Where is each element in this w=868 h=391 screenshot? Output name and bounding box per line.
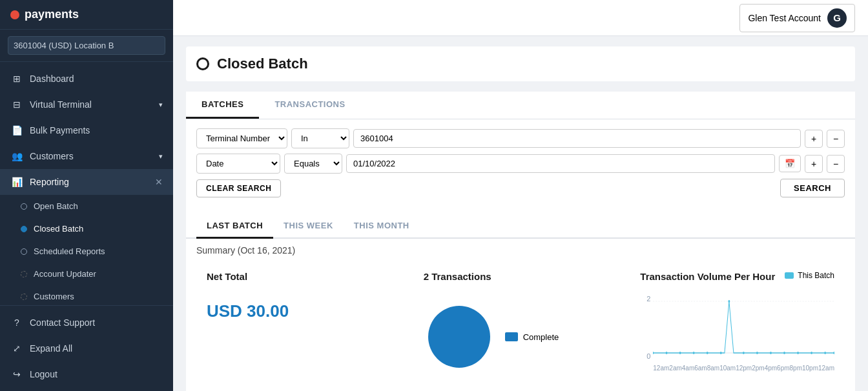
calendar-icon[interactable]: 📅 [779,155,801,172]
sidebar-item-account-updater[interactable]: Account Updater [0,263,173,285]
main-panel: BATCHES TRANSACTIONS Terminal Number In [186,92,855,391]
svg-point-17 [834,352,834,354]
page-title: Closed Batch [217,55,308,72]
pie-legend: Complete [505,332,559,342]
filter-row-2: Date Equals 📅 + − [196,154,845,174]
search-button[interactable]: SEARCH [780,179,845,197]
filter-remove-2[interactable]: − [827,155,845,173]
closed-batch-dot [21,226,27,232]
svg-point-3 [653,352,654,354]
net-total-value: USD 30.00 [207,301,395,321]
sidebar-item-label: Virtual Terminal [30,99,92,110]
sidebar-nav: ⊞ Dashboard ⊟ Virtual Terminal ▾ 📄 Bulk … [0,62,173,305]
bulk-payments-icon: 📄 [10,124,23,137]
filter-operator-2[interactable]: Equals [284,154,342,174]
logo-dot [10,10,19,19]
svg-point-5 [679,352,681,354]
summary-label: Summary (Oct 16, 2021) [186,239,855,261]
topbar: Glen Test Account G [173,0,868,36]
sidebar-item-logout[interactable]: ↪ Logout [0,361,173,387]
transactions-title: 2 Transactions [424,271,612,282]
sidebar-item-sub-customers[interactable]: Customers [0,285,173,305]
sidebar-item-label: Closed Batch [34,224,83,234]
filter-value-2[interactable] [346,154,775,173]
svg-point-11 [756,352,758,354]
sidebar-item-closed-batch[interactable]: Closed Batch [0,217,173,240]
y-label-min: 0 [640,352,650,360]
line-chart [653,295,834,359]
svg-point-0 [428,306,490,368]
sidebar-bottom: ? Contact Support ⤢ Expand All ↪ Logout [0,305,173,391]
sidebar-item-label: Dashboard [30,74,74,84]
sidebar-item-label: Bulk Payments [30,125,90,135]
sidebar-item-reporting[interactable]: 📊 Reporting ✕ [0,169,173,195]
sidebar-logo: payments [0,0,173,30]
legend-label-complete: Complete [523,332,559,342]
sidebar-item-label: Scheduled Reports [34,246,105,256]
chart-legend-color [785,272,794,279]
tab-transactions[interactable]: TRANSACTIONS [259,92,360,119]
chart-legend: This Batch [785,271,834,280]
filter-field-1[interactable]: Terminal Number [196,128,287,148]
sidebar-item-label: Reporting [30,177,69,187]
tab-bar: BATCHES TRANSACTIONS [186,92,855,119]
main-content: Glen Test Account G Closed Batch BATCHES… [173,0,868,391]
filter-remove-1[interactable]: − [827,130,845,148]
sidebar-item-dashboard[interactable]: ⊞ Dashboard [0,66,173,92]
dashboard-icon: ⊞ [10,72,23,85]
svg-point-14 [797,352,799,354]
chart-title: Transaction Volume Per Hour [640,271,775,282]
sidebar-item-bulk-payments[interactable]: 📄 Bulk Payments [0,117,173,143]
content-area: Closed Batch BATCHES TRANSACTIONS Termin… [173,36,868,391]
clear-search-button[interactable]: CLEAR SEARCH [196,179,281,197]
sidebar-item-scheduled-reports[interactable]: Scheduled Reports [0,240,173,263]
sidebar-item-label: Contact Support [30,317,95,328]
sidebar-item-expand-all[interactable]: ⤢ Expand All [0,336,173,361]
sidebar-item-label: Customers [34,292,74,301]
filter-value-1[interactable] [353,129,801,148]
account-updater-dot [21,271,27,277]
scheduled-reports-dot [21,248,27,255]
close-icon[interactable]: ✕ [155,177,163,187]
legend-color-complete [505,332,518,341]
avatar: G [827,8,847,28]
filter-add-2[interactable]: + [805,155,823,173]
filter-row-1: Terminal Number In + − [196,128,845,148]
svg-point-12 [770,352,772,354]
svg-point-13 [783,352,785,354]
period-tab-last-batch[interactable]: LAST BATCH [196,214,273,239]
sub-customers-dot [21,294,27,300]
page-icon [196,57,209,70]
sidebar-item-virtual-terminal[interactable]: ⊟ Virtual Terminal ▾ [0,92,173,117]
expand-all-icon: ⤢ [10,342,23,355]
filter-actions: CLEAR SEARCH SEARCH [196,179,845,197]
sidebar-item-label: Account Updater [34,269,96,279]
period-tab-this-week[interactable]: THIS WEEK [273,214,344,239]
sidebar-item-customers[interactable]: 👥 Customers ▾ [0,143,173,169]
sidebar-item-contact-support[interactable]: ? Contact Support [0,310,173,336]
filter-field-2[interactable]: Date [196,154,280,174]
svg-point-8 [720,352,722,354]
customers-icon: 👥 [10,150,23,163]
open-batch-dot [21,203,27,210]
filter-area: Terminal Number In + − Date Equals [186,119,855,206]
period-tab-this-month[interactable]: THIS MONTH [344,214,420,239]
logout-icon: ↪ [10,368,23,381]
filter-add-1[interactable]: + [805,130,823,148]
net-total-card: Net Total USD 30.00 [196,261,406,383]
sidebar: payments 3601004 (USD) Location B ⊞ Dash… [0,0,173,391]
sidebar-item-open-batch[interactable]: Open Batch [0,195,173,217]
chevron-down-icon: ▾ [159,152,163,161]
virtual-terminal-icon: ⊟ [10,98,23,111]
location-selector[interactable]: 3601004 (USD) Location B [8,36,165,55]
svg-point-10 [743,352,745,354]
tab-batches[interactable]: BATCHES [186,92,259,119]
transactions-card: 2 Transactions Complete [413,261,623,383]
sidebar-item-label: Customers [30,151,74,161]
account-button[interactable]: Glen Test Account G [739,4,855,32]
filter-operator-1[interactable]: In [291,128,349,148]
chart-legend-label: This Batch [798,271,834,280]
chart-x-labels: 12am 2am 4am 6am 8am 10am 12pm 2pm 4pm 6… [653,365,834,372]
page-header: Closed Batch [186,46,855,81]
sidebar-item-label: Logout [30,369,57,379]
